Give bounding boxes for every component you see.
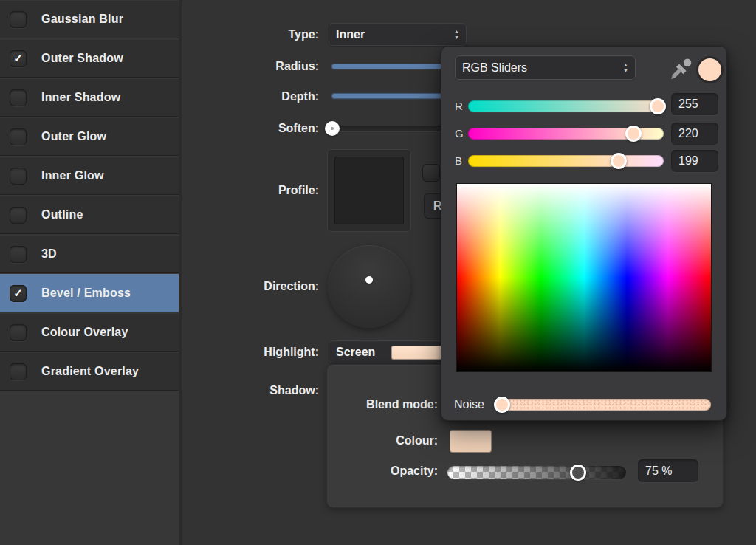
red-value-field[interactable]: 255 <box>671 93 718 115</box>
fx-dialog: Gaussian Blur ✓ Outer Shadow Inner Shado… <box>0 0 756 545</box>
soften-slider-knob[interactable] <box>325 121 340 136</box>
colour-label: Colour: <box>333 433 438 448</box>
blue-value-field[interactable]: 199 <box>671 150 718 172</box>
blend-mode-label: Blend mode: <box>333 397 438 412</box>
blue-slider-knob[interactable] <box>611 153 627 169</box>
sidebar-item-inner-shadow[interactable]: Inner Shadow <box>0 78 179 117</box>
sidebar-item-label: Colour Overlay <box>41 326 128 339</box>
eyedropper-icon[interactable] <box>667 55 695 83</box>
sidebar-item-label: Outer Glow <box>41 130 106 143</box>
radius-label: Radius: <box>223 59 319 74</box>
3d-checkbox[interactable] <box>10 246 27 263</box>
opacity-slider-knob[interactable] <box>570 465 586 481</box>
gradient-overlay-checkbox[interactable] <box>10 363 27 380</box>
channel-b-label: B <box>455 154 467 168</box>
red-slider-knob[interactable] <box>650 98 666 114</box>
fx-sidebar: Gaussian Blur ✓ Outer Shadow Inner Shado… <box>0 0 179 545</box>
sidebar-item-bevel-emboss[interactable]: ✓ Bevel / Emboss <box>0 274 179 312</box>
profile-label: Profile: <box>223 183 319 198</box>
direction-dial[interactable] <box>328 245 410 328</box>
blue-slider[interactable] <box>468 155 664 167</box>
green-slider-knob[interactable] <box>625 126 642 142</box>
picker-mode-value: RGB Sliders <box>462 61 527 75</box>
blue-value: 199 <box>678 154 698 168</box>
sidebar-item-gradient-overlay[interactable]: Gradient Overlay <box>0 352 179 391</box>
stepper-arrows-icon: ▲▼ <box>454 30 459 40</box>
sidebar-item-label: Inner Shadow <box>41 91 120 104</box>
sidebar-item-outer-shadow[interactable]: ✓ Outer Shadow <box>0 39 179 78</box>
red-slider[interactable] <box>468 100 664 112</box>
colour-picker-popup: RGB Sliders ▲▼ R 255 G 220 B <box>441 46 727 421</box>
opacity-label: Opacity: <box>333 464 438 479</box>
sidebar-item-label: Gaussian Blur <box>41 13 123 26</box>
noise-slider[interactable] <box>497 399 711 411</box>
inner-glow-checkbox[interactable] <box>10 168 27 185</box>
opacity-value-field[interactable]: 75 % <box>638 459 698 482</box>
sidebar-item-inner-glow[interactable]: Inner Glow <box>0 157 179 195</box>
outline-checkbox[interactable] <box>10 207 27 224</box>
channel-r-label: R <box>455 99 467 114</box>
checkmark-icon: ✓ <box>13 287 23 300</box>
sidebar-item-label: Inner Glow <box>41 169 104 182</box>
sidebar-item-outline[interactable]: Outline <box>0 196 179 234</box>
colour-overlay-checkbox[interactable] <box>10 324 27 341</box>
sidebar-item-outer-glow[interactable]: Outer Glow <box>0 117 179 156</box>
direction-label: Direction: <box>223 279 319 294</box>
profile-curve-editor[interactable] <box>327 149 411 232</box>
bevel-emboss-checkbox[interactable]: ✓ <box>10 285 27 302</box>
opacity-slider[interactable] <box>447 466 626 479</box>
type-select[interactable]: Inner ▲▼ <box>329 23 467 46</box>
sidebar-item-label: Gradient Overlay <box>41 365 139 378</box>
picker-mode-select[interactable]: RGB Sliders ▲▼ <box>455 55 636 80</box>
red-value: 255 <box>678 97 698 111</box>
stepper-arrows-icon: ▲▼ <box>623 63 628 73</box>
highlight-blend-value: Screen <box>336 346 375 359</box>
sidebar-item-label: Bevel / Emboss <box>41 287 131 300</box>
checkmark-icon: ✓ <box>13 52 23 65</box>
depth-label: Depth: <box>223 89 319 104</box>
noise-label: Noise <box>454 397 484 412</box>
highlight-label: Highlight: <box>223 345 319 360</box>
gaussian-blur-checkbox[interactable] <box>10 11 27 28</box>
soften-label: Soften: <box>223 121 319 136</box>
direction-dial-dot[interactable] <box>365 276 373 284</box>
sidebar-item-colour-overlay[interactable]: Colour Overlay <box>0 313 179 352</box>
colour-spectrum-picker[interactable] <box>456 183 712 372</box>
outer-glow-checkbox[interactable] <box>10 128 27 145</box>
sidebar-divider <box>179 0 182 545</box>
outer-shadow-checkbox[interactable]: ✓ <box>10 50 27 67</box>
type-select-value: Inner <box>336 28 365 41</box>
sidebar-item-gaussian-blur[interactable]: Gaussian Blur <box>0 0 179 38</box>
sidebar-item-label: 3D <box>41 247 57 261</box>
current-colour-swatch[interactable] <box>698 58 721 81</box>
type-label: Type: <box>223 27 319 42</box>
green-value-field[interactable]: 220 <box>671 123 718 145</box>
inner-shadow-checkbox[interactable] <box>10 89 27 106</box>
shadow-label: Shadow: <box>223 383 319 398</box>
profile-option-checkbox[interactable] <box>422 164 440 182</box>
opacity-value: 75 % <box>645 465 672 478</box>
channel-g-label: G <box>455 126 467 141</box>
shadow-colour-swatch[interactable] <box>450 430 492 453</box>
green-value: 220 <box>678 127 698 140</box>
sidebar-item-3d[interactable]: 3D <box>0 235 179 273</box>
profile-curve-preview <box>334 157 404 224</box>
sidebar-item-label: Outline <box>41 208 83 222</box>
noise-slider-knob[interactable] <box>494 397 510 413</box>
sidebar-item-label: Outer Shadow <box>41 52 123 65</box>
